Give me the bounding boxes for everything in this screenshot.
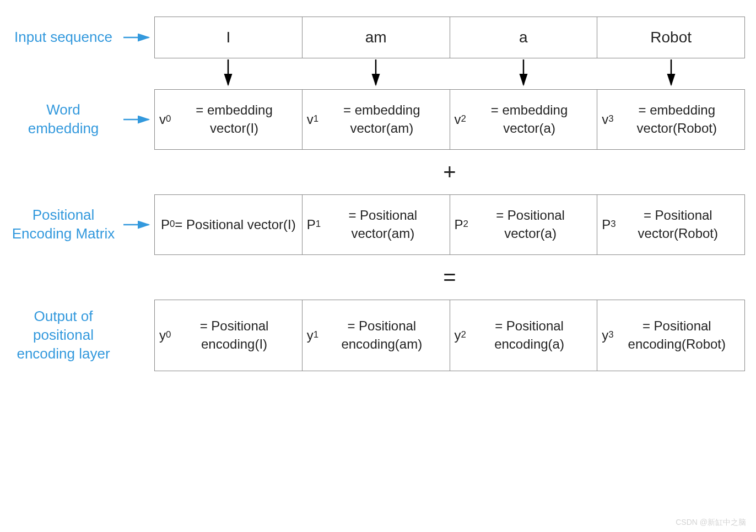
input-sequence-row: Input sequence I am a Robot [11, 17, 745, 58]
positional-encoding-row: Positional Encoding Matrix P0 = Position… [11, 194, 745, 255]
word-cell-3: v3 = embedding vector(Robot) [597, 89, 745, 150]
input-cells: I am a Robot [154, 17, 745, 58]
arrow-right-icon [121, 113, 154, 126]
output-label: Output of positional encoding layer [11, 307, 121, 363]
arrow-down-icon [302, 58, 450, 89]
word-cell-1: v1 = embedding vector(am) [303, 89, 450, 150]
pos-cell-2: P2 = Positional vector(a) [450, 194, 598, 255]
arrow-down-icon [597, 58, 745, 89]
out-cell-2: y2 = Positional encoding(a) [450, 300, 598, 371]
word-embedding-label: Word embedding [11, 101, 121, 138]
out-cell-3: y3 = Positional encoding(Robot) [597, 300, 745, 371]
input-cell-2: a [450, 17, 598, 58]
out-cell-0: y0 = Positional encoding(I) [154, 300, 303, 371]
pos-cell-1: P1 = Positional vector(am) [303, 194, 450, 255]
arrow-right-icon [121, 31, 154, 44]
arrow-down-icon [154, 58, 302, 89]
input-cell-1: am [303, 17, 450, 58]
pos-cell-0: P0 = Positional vector(I) [154, 194, 303, 255]
input-cell-3: Robot [597, 17, 745, 58]
arrow-right-icon [121, 218, 154, 231]
plus-operator: + [154, 160, 745, 184]
arrow-down-icon [450, 58, 597, 89]
out-cell-1: y1 = Positional encoding(am) [303, 300, 450, 371]
output-row: Output of positional encoding layer y0 =… [11, 300, 745, 371]
word-cells: v0 = embedding vector(I) v1 = embedding … [154, 89, 745, 150]
word-cell-2: v2 = embedding vector(a) [450, 89, 598, 150]
input-sequence-label: Input sequence [11, 28, 121, 47]
equals-row: = [11, 255, 745, 300]
positional-encoding-label: Positional Encoding Matrix [11, 206, 121, 243]
pos-cell-3: P3 = Positional vector(Robot) [597, 194, 745, 255]
down-arrows-row [11, 58, 745, 89]
output-cells: y0 = Positional encoding(I) y1 = Positio… [154, 300, 745, 371]
input-cell-0: I [154, 17, 303, 58]
word-cell-0: v0 = embedding vector(I) [154, 89, 303, 150]
plus-row: + [11, 150, 745, 194]
word-embedding-row: Word embedding v0 = embedding vector(I) … [11, 89, 745, 150]
equals-operator: = [154, 265, 745, 290]
positional-cells: P0 = Positional vector(I) P1 = Positiona… [154, 194, 745, 255]
